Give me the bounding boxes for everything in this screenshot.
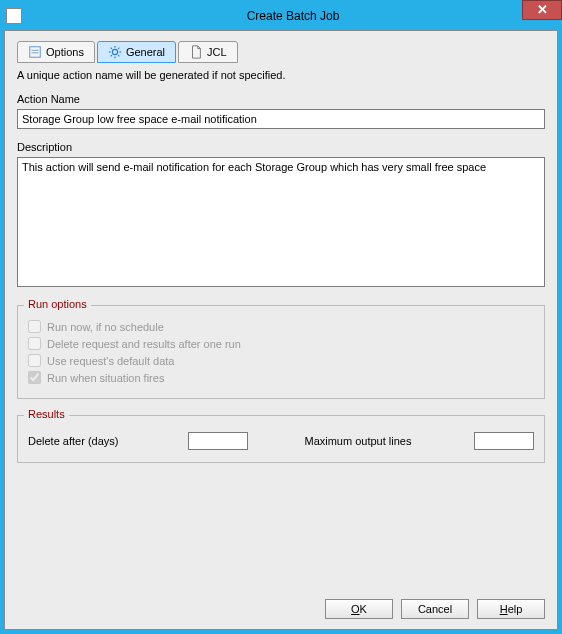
run-now-check[interactable]: Run now, if no schedule	[28, 320, 534, 333]
tab-options[interactable]: Options	[17, 41, 95, 63]
client-area: Options General JCL A unique action name…	[4, 30, 558, 630]
results-group: Results Delete after (days) Maximum outp…	[17, 415, 545, 463]
document-icon	[189, 45, 203, 59]
tab-jcl-label: JCL	[207, 46, 227, 58]
tab-general-label: General	[126, 46, 165, 58]
results-row: Delete after (days) Maximum output lines	[28, 426, 534, 452]
run-when-fires-checkbox[interactable]	[28, 371, 41, 384]
svg-line-10	[111, 55, 112, 56]
cancel-button[interactable]: Cancel	[401, 599, 469, 619]
svg-point-3	[112, 49, 117, 54]
run-options-group: Run options Run now, if no schedule Dele…	[17, 305, 545, 399]
max-lines-input[interactable]	[474, 432, 534, 450]
delete-after-input[interactable]	[188, 432, 248, 450]
run-when-fires-label: Run when situation fires	[47, 372, 164, 384]
svg-line-11	[118, 48, 119, 49]
run-options-title: Run options	[24, 298, 91, 310]
description-textarea[interactable]	[17, 157, 545, 287]
app-icon	[6, 8, 22, 24]
delete-request-check[interactable]: Delete request and results after one run	[28, 337, 534, 350]
tab-bar: Options General JCL	[17, 41, 545, 63]
dialog-buttons: OK Cancel Help	[325, 599, 545, 619]
action-name-input[interactable]	[17, 109, 545, 129]
results-title: Results	[24, 408, 69, 420]
use-default-label: Use request's default data	[47, 355, 174, 367]
svg-line-8	[111, 48, 112, 49]
window-title: Create Batch Job	[28, 9, 558, 23]
delete-request-label: Delete request and results after one run	[47, 338, 241, 350]
hint-text: A unique action name will be generated i…	[17, 69, 545, 81]
run-when-fires-check[interactable]: Run when situation fires	[28, 371, 534, 384]
svg-line-9	[118, 55, 119, 56]
max-lines-label: Maximum output lines	[304, 435, 411, 447]
options-icon	[28, 45, 42, 59]
ok-button[interactable]: OK	[325, 599, 393, 619]
tab-general[interactable]: General	[97, 41, 176, 63]
titlebar: Create Batch Job ✕	[4, 4, 558, 28]
svg-rect-0	[30, 47, 41, 58]
use-default-check[interactable]: Use request's default data	[28, 354, 534, 367]
close-icon: ✕	[537, 2, 548, 17]
tab-jcl[interactable]: JCL	[178, 41, 238, 63]
window-frame: Create Batch Job ✕ Options General JCL A…	[0, 0, 562, 634]
action-name-label: Action Name	[17, 93, 545, 105]
description-label: Description	[17, 141, 545, 153]
delete-after-label: Delete after (days)	[28, 435, 118, 447]
run-now-label: Run now, if no schedule	[47, 321, 164, 333]
tab-options-label: Options	[46, 46, 84, 58]
help-button[interactable]: Help	[477, 599, 545, 619]
run-now-checkbox[interactable]	[28, 320, 41, 333]
close-button[interactable]: ✕	[522, 0, 562, 20]
gear-icon	[108, 45, 122, 59]
delete-request-checkbox[interactable]	[28, 337, 41, 350]
use-default-checkbox[interactable]	[28, 354, 41, 367]
